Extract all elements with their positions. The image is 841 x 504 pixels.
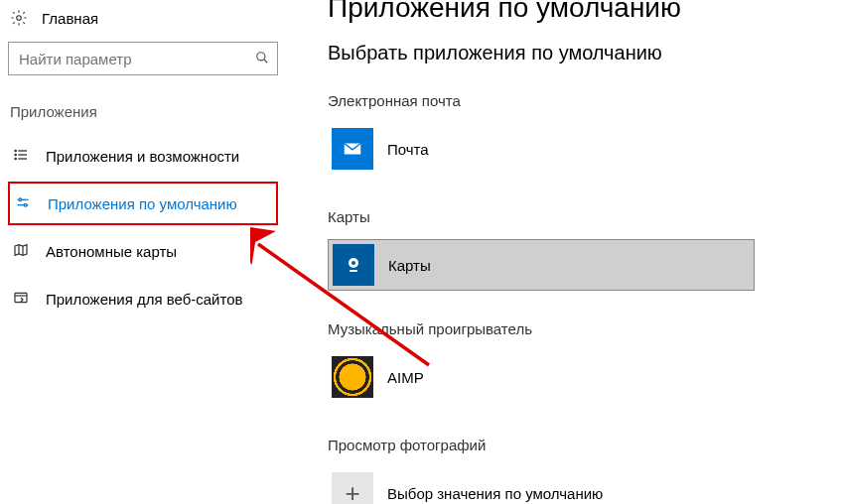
sidebar-item-label: Автономные карты — [46, 243, 177, 260]
main-content: Приложения по умолчанию Выбрать приложен… — [288, 0, 841, 504]
svg-point-7 — [15, 154, 16, 155]
svg-marker-13 — [15, 244, 27, 255]
default-app-email[interactable]: Почта — [328, 123, 755, 175]
category-label-maps: Карты — [328, 208, 831, 225]
sidebar-home[interactable]: Главная — [8, 0, 278, 36]
category-label-photos: Просмотр фотографий — [328, 437, 831, 453]
sidebar-item-offline-maps[interactable]: Автономные карты — [8, 229, 278, 273]
svg-point-0 — [17, 16, 22, 21]
list-icon — [12, 147, 30, 166]
category-label-music: Музыкальный проигрыватель — [328, 320, 831, 337]
app-name: AIMP — [387, 369, 424, 386]
sidebar-item-label: Приложения для веб-сайтов — [46, 291, 243, 308]
svg-line-2 — [264, 59, 268, 63]
search-box[interactable] — [8, 42, 278, 75]
sidebar-item-apps-websites[interactable]: Приложения для веб-сайтов — [8, 277, 278, 320]
svg-point-19 — [351, 261, 355, 265]
svg-point-6 — [15, 150, 16, 151]
category-label-email: Электронная почта — [328, 92, 831, 109]
maps-app-icon — [333, 244, 374, 286]
sidebar-item-label: Приложения по умолчанию — [48, 195, 237, 212]
default-app-music[interactable]: AIMP — [328, 351, 755, 403]
page-subtitle: Выбрать приложения по умолчанию — [328, 42, 831, 64]
svg-point-1 — [257, 52, 265, 60]
sidebar-item-label: Приложения и возможности — [46, 148, 239, 165]
gear-icon — [10, 9, 28, 27]
svg-point-12 — [24, 203, 27, 206]
aimp-icon — [332, 356, 373, 398]
app-name: Карты — [388, 257, 431, 274]
home-label: Главная — [42, 10, 98, 27]
sidebar-item-apps-features[interactable]: Приложения и возможности — [8, 134, 278, 178]
search-icon — [255, 51, 269, 67]
search-input[interactable] — [19, 51, 255, 67]
plus-icon: + — [332, 472, 373, 504]
app-name: Почта — [387, 141, 429, 158]
page-title: Приложения по умолчанию — [328, 0, 831, 24]
website-icon — [12, 290, 30, 309]
svg-point-11 — [19, 198, 22, 201]
mail-icon — [332, 128, 373, 170]
svg-rect-20 — [350, 270, 357, 272]
default-app-photos[interactable]: + Выбор значения по умолчанию — [328, 467, 755, 504]
default-app-maps[interactable]: Карты — [328, 239, 755, 291]
map-icon — [12, 242, 30, 261]
sidebar-section-title: Приложения — [10, 103, 278, 120]
app-name: Выбор значения по умолчанию — [387, 485, 603, 502]
sidebar: Главная Приложения Приложения и возможно… — [0, 0, 288, 504]
defaults-icon — [14, 194, 32, 213]
sidebar-item-default-apps[interactable]: Приложения по умолчанию — [8, 182, 278, 225]
svg-point-8 — [15, 158, 16, 159]
